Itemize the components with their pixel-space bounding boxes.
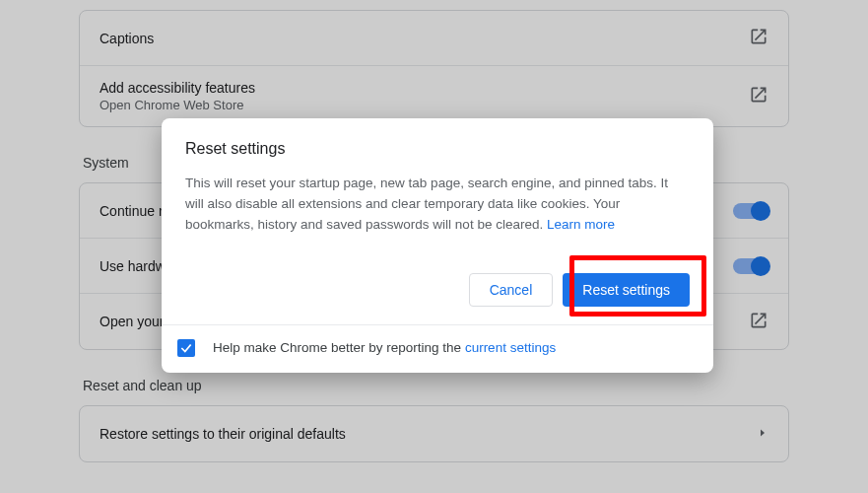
current-settings-link[interactable]: current settings (465, 340, 556, 355)
reset-settings-dialog: Reset settings This will reset your star… (162, 118, 713, 373)
learn-more-link[interactable]: Learn more (547, 217, 615, 232)
cancel-button[interactable]: Cancel (469, 273, 554, 307)
reset-settings-button[interactable]: Reset settings (563, 273, 690, 307)
dialog-description: This will reset your startup page, new t… (185, 174, 690, 236)
report-settings-text: Help make Chrome better by reporting the… (213, 340, 556, 355)
dialog-title: Reset settings (185, 140, 690, 158)
report-settings-checkbox[interactable] (177, 339, 195, 357)
